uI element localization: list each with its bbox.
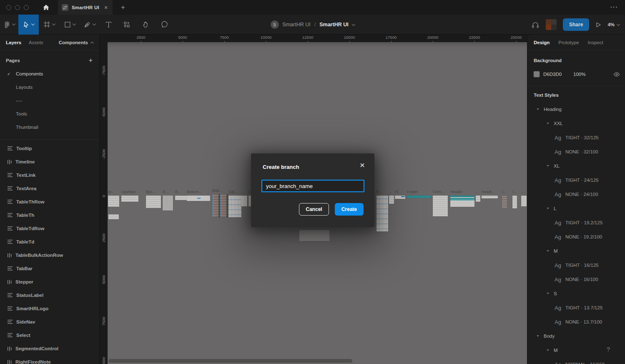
frame-thumbnail[interactable] [395,196,405,199]
frame-thumbnail[interactable] [175,196,188,200]
frame-thumbnail[interactable] [389,196,394,204]
frame-thumbnail[interactable] [512,196,517,208]
frame-thumbnail[interactable] [502,196,507,208]
text-style-row[interactable]: Ag S [527,286,625,301]
frame-thumbnail[interactable] [377,196,388,231]
color-hex-value[interactable]: D6D3D0 [543,72,562,77]
frame-thumbnail[interactable] [521,196,527,206]
close-tab-icon[interactable]: × [104,5,108,10]
frame-name-label[interactable]: or... [108,190,119,194]
close-icon[interactable]: × [360,161,365,169]
component-list-item[interactable]: TableTh [0,208,99,222]
canvas-frame[interactable]: ... [389,190,394,204]
canvas-frame[interactable]: or... [108,190,119,207]
comment-tool-button[interactable] [155,15,174,35]
text-style-row[interactable]: Ag TIGHT · 16/125 [527,258,625,272]
text-style-row[interactable]: Ag M [527,244,625,258]
text-style-row[interactable]: Ag NONE · 32/100 [527,145,625,159]
text-style-row[interactable]: Ag TIGHT · 24/125 [527,173,625,187]
canvas-frame[interactable]: ... [476,190,480,202]
canvas-frame[interactable]: Headi... [482,190,498,198]
text-tool-button[interactable] [100,15,117,35]
page-item[interactable]: ✓ ---- [0,94,99,107]
frame-name-label[interactable] [108,208,119,213]
new-tab-button[interactable]: + [121,3,125,12]
component-list-item[interactable]: Stepper [0,275,99,289]
close-window-icon[interactable] [6,5,11,10]
horizontal-scrollbar[interactable] [108,359,352,363]
share-button[interactable]: Share [563,18,589,31]
frame-thumbnail[interactable] [121,196,138,202]
canvas-frame[interactable]: B... [163,190,173,211]
frame-thumbnail[interactable] [163,196,173,211]
frame-name-label[interactable]: Header [450,190,474,194]
traffic-lights[interactable] [6,5,29,10]
component-list-item[interactable]: TextLink [0,168,99,182]
text-style-row[interactable]: Ag TIGHT · 32/125 [527,131,625,145]
frame-thumbnail[interactable] [146,196,161,208]
text-style-row[interactable]: Ag NONE · 24/100 [527,187,625,201]
chevron-down-icon[interactable] [547,123,549,124]
canvas-frame[interactable]: Form... [433,190,448,216]
canvas-frame[interactable]: Cal... [228,190,241,217]
component-list-item[interactable]: SideNav [0,315,99,329]
frame-name-label[interactable]: Footer [407,190,431,194]
frame-name-label[interactable]: F... [377,190,388,194]
frame-name-label[interactable]: Form... [433,190,448,194]
canvas-frame[interactable]: B... [175,190,188,200]
component-list-item[interactable]: TableTd [0,235,99,249]
frame-name-label[interactable]: I... [502,190,507,194]
overflow-menu-icon[interactable]: ··· [610,4,618,10]
minimize-window-icon[interactable] [15,5,20,10]
frame-thumbnail[interactable] [476,196,480,202]
component-list-item[interactable]: Timeline [0,155,99,168]
text-style-row[interactable]: Ag XL [527,159,625,173]
frame-thumbnail[interactable] [212,194,228,217]
chevron-down-icon[interactable] [547,250,549,252]
component-list-item[interactable]: SegmentedControl [0,342,99,355]
canvas-frame[interactable]: Fl... [395,190,405,199]
headphones-icon[interactable] [531,21,540,29]
visibility-eye-icon[interactable] [613,72,620,77]
frame-name-label[interactable]: Fl... [395,190,405,194]
chevron-down-icon[interactable] [547,349,549,351]
file-tab[interactable]: SmartHR UI × [58,0,113,15]
component-list-item[interactable]: TableBulkActionRow [0,249,99,262]
page-item[interactable]: ✓ Tools [0,107,99,120]
shape-tool-button[interactable] [60,15,80,35]
canvas-frame[interactable]: I... [502,190,507,208]
frame-name-label[interactable]: I... [512,190,517,194]
component-list-item[interactable]: Tooltip [0,142,99,155]
frame-name-label[interactable]: ... [521,190,527,194]
chevron-down-icon[interactable] [547,208,549,209]
frame-name-label[interactable]: Headi... [482,190,498,194]
page-item[interactable]: ✓ Layouts [0,80,99,94]
opacity-value[interactable]: 100% [573,72,585,77]
team-name[interactable]: SmartHR UI [282,22,310,28]
tab-design[interactable]: Design [534,40,550,45]
move-tool-button[interactable] [18,15,39,35]
canvas-frame[interactable]: AppNavi [121,190,138,202]
resources-button[interactable] [117,15,136,35]
components-panel-toggle[interactable]: Components [59,40,93,45]
canvas-frame[interactable]: ... [521,190,527,206]
chevron-down-icon[interactable] [351,22,355,25]
text-style-row[interactable]: Ag NONE · 16/100 [527,272,625,286]
help-icon[interactable]: ? [607,346,610,353]
frame-name-label[interactable]: Bac... [146,190,161,194]
frame-thumbnail[interactable] [299,230,329,241]
frame-name-label[interactable]: B... [175,190,188,194]
frame-name-label[interactable]: Bottom... [187,190,210,194]
text-style-row[interactable]: Ag NORMAL · 16/150 [527,357,625,364]
figma-menu-button[interactable] [0,15,18,35]
tab-layers[interactable]: Layers [6,40,21,45]
cancel-button[interactable]: Cancel [299,203,329,216]
page-item[interactable]: ✓ Components [0,67,99,80]
canvas-frame[interactable]: Butt... [212,188,228,217]
component-list-item[interactable]: TextArea [0,182,99,195]
tab-assets[interactable]: Assets [29,40,43,45]
component-list-item[interactable]: SmartHRLogo [0,302,99,315]
frame-thumbnail[interactable] [228,196,241,217]
text-style-row[interactable]: Ag Body [527,329,625,343]
frame-thumbnail[interactable] [450,196,474,207]
